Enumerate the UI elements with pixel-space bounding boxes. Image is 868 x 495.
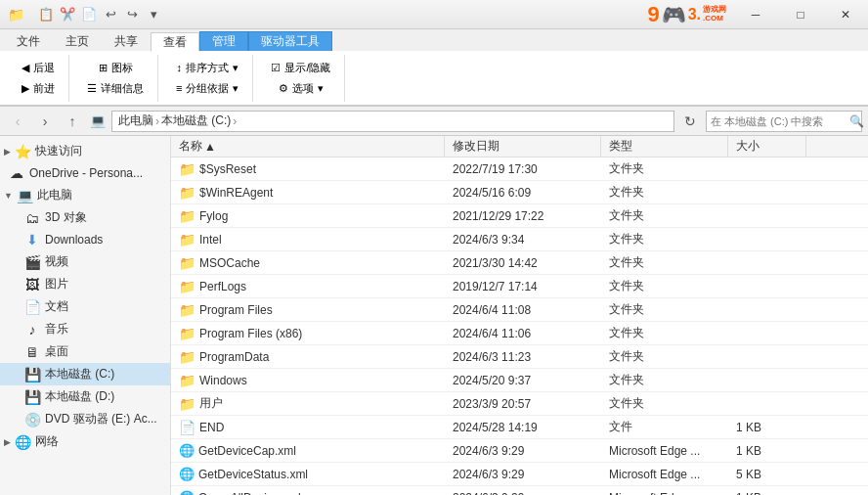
sidebar-item-onedrive[interactable]: ☁ OneDrive - Persona... — [0, 162, 170, 184]
search-input[interactable] — [711, 115, 846, 127]
tab-file[interactable]: 文件 — [4, 31, 53, 51]
sidebar-item-this-pc[interactable]: ▼ 💻 此电脑 — [0, 184, 170, 206]
sidebar-item-network[interactable]: ▶ 🌐 网络 — [0, 430, 170, 453]
sidebar-item-d-drive[interactable]: 💾 本地磁盘 (D:) — [0, 385, 170, 408]
col-header-name[interactable]: 名称 ▲ — [171, 136, 445, 157]
sidebar-label-downloads: Downloads — [45, 233, 162, 247]
ribbon-btn-forward[interactable]: ▶ 前进 — [16, 79, 61, 98]
ribbon-btn-show-hide[interactable]: ☑ 显示/隐藏 — [265, 59, 336, 77]
sort-label: 排序方式 — [186, 61, 229, 75]
table-row[interactable]: 📁 PerfLogs 2019/12/7 17:14 文件夹 — [171, 275, 868, 298]
tab-manage[interactable]: 管理 — [199, 31, 248, 51]
sidebar-item-desktop[interactable]: 🖥 桌面 — [0, 340, 170, 363]
ribbon-tab-bar: 文件 主页 共享 查看 管理 驱动器工具 — [0, 29, 868, 51]
nav-forward-button[interactable]: › — [33, 110, 57, 133]
group-icon: ≡ — [176, 82, 182, 94]
file-date: 2023/3/9 20:57 — [453, 397, 531, 411]
table-row[interactable]: 🌐 QueryAllDevice.xml 2024/6/3 9:29 Micro… — [171, 486, 868, 495]
tab-driver-tools[interactable]: 驱动器工具 — [248, 31, 332, 51]
col-header-type[interactable]: 类型 — [601, 136, 728, 157]
qa-dropdown[interactable]: ▾ — [144, 5, 163, 24]
table-row[interactable]: 📁 Program Files 2024/6/4 11:08 文件夹 — [171, 298, 868, 322]
expand-icon-network: ▶ — [4, 437, 11, 447]
ribbon-btn-icons[interactable]: ⊞ 图标 — [93, 59, 139, 77]
search-icon[interactable]: 🔍 — [849, 114, 864, 128]
folder-icon: 📁 — [179, 302, 195, 318]
breadcrumb-sep1: › — [155, 114, 159, 128]
table-row[interactable]: 📁 Windows 2024/5/20 9:37 文件夹 — [171, 369, 868, 392]
table-row[interactable]: 📁 $SysReset 2022/7/19 17:30 文件夹 — [171, 158, 868, 181]
qa-redo[interactable]: ↪ — [122, 5, 142, 24]
file-name-cell: 🌐 GetDeviceCap.xml — [171, 443, 445, 458]
table-row[interactable]: 📁 ProgramData 2024/6/3 11:23 文件夹 — [171, 345, 868, 369]
sidebar-item-video[interactable]: 🎬 视频 — [0, 250, 170, 273]
sidebar-item-c-drive[interactable]: 💾 本地磁盘 (C:) — [0, 363, 170, 385]
breadcrumb-this-pc[interactable]: 此电脑 — [118, 112, 153, 129]
expand-icon: ▶ — [4, 147, 11, 157]
downloads-icon: ⬇ — [23, 232, 41, 248]
file-date: 2021/3/30 14:42 — [453, 256, 538, 270]
file-size-cell: 1 KB — [728, 421, 806, 434]
file-date-cell: 2023/3/9 20:57 — [445, 397, 601, 411]
file-type: 文件夹 — [609, 254, 644, 271]
refresh-button[interactable]: ↻ — [678, 110, 702, 133]
file-list-header: 名称 ▲ 修改日期 类型 大小 — [171, 136, 868, 158]
nav-up-button[interactable]: ↑ — [61, 110, 84, 133]
file-name-cell: 📁 Windows — [171, 373, 445, 388]
options-label: 选项 — [292, 81, 314, 96]
qa-copy[interactable]: 📋 — [36, 5, 56, 24]
address-path-box[interactable]: 此电脑 › 本地磁盘 (C:) › — [111, 111, 674, 132]
ribbon-btn-back[interactable]: ◀ 后退 — [16, 59, 61, 77]
table-row[interactable]: 📁 用户 2023/3/9 20:57 文件夹 — [171, 392, 868, 416]
tab-home[interactable]: 主页 — [53, 31, 102, 51]
table-row[interactable]: 📁 Fylog 2021/12/29 17:22 文件夹 — [171, 204, 868, 228]
sidebar-item-quick-access[interactable]: ▶ ⭐ 快速访问 — [0, 140, 170, 162]
file-date: 2024/5/16 6:09 — [453, 186, 531, 200]
sort-asc-icon: ▲ — [204, 140, 216, 154]
ribbon: 文件 主页 共享 查看 管理 驱动器工具 ◀ 后退 ▶ 前进 ⊞ 图标 ☰ 详细… — [0, 29, 868, 107]
window-icon-area: 📁 — [0, 7, 32, 22]
tab-share[interactable]: 共享 — [102, 31, 151, 51]
qa-paste[interactable]: 📄 — [79, 5, 99, 24]
ribbon-btn-details[interactable]: ☰ 详细信息 — [81, 79, 150, 98]
show-label: 显示/隐藏 — [284, 61, 330, 75]
tab-view[interactable]: 查看 — [151, 32, 199, 52]
table-row[interactable]: 📁 Intel 2024/6/3 9:34 文件夹 — [171, 228, 868, 251]
ribbon-btn-sort[interactable]: ↕ 排序方式 ▾ — [170, 59, 244, 77]
ribbon-content: ◀ 后退 ▶ 前进 ⊞ 图标 ☰ 详细信息 ↕ 排序方式 ▾ — [0, 51, 868, 106]
file-type-cell: 文件夹 — [601, 395, 728, 412]
table-row[interactable]: 📁 MSOCache 2021/3/30 14:42 文件夹 — [171, 251, 868, 275]
table-row[interactable]: 📄 END 2024/5/28 14:19 文件 1 KB — [171, 416, 868, 439]
table-row[interactable]: 🌐 GetDeviceStatus.xml 2024/6/3 9:29 Micr… — [171, 463, 868, 486]
sidebar-item-music[interactable]: ♪ 音乐 — [0, 318, 170, 340]
col-header-date[interactable]: 修改日期 — [445, 136, 601, 157]
table-row[interactable]: 🌐 GetDeviceCap.xml 2024/6/3 9:29 Microso… — [171, 439, 868, 463]
nav-back-button[interactable]: ‹ — [6, 110, 29, 133]
file-name-cell: 📁 $SysReset — [171, 161, 445, 177]
qa-undo[interactable]: ↩ — [101, 5, 120, 24]
breadcrumb-c-drive[interactable]: 本地磁盘 (C:) — [161, 112, 231, 129]
file-name: END — [199, 421, 224, 434]
sidebar-item-dvd[interactable]: 💿 DVD 驱动器 (E:) Ac... — [0, 408, 170, 430]
table-row[interactable]: 📁 $WinREAgent 2024/5/16 6:09 文件夹 — [171, 181, 868, 204]
col-header-size[interactable]: 大小 — [728, 136, 806, 157]
file-type: 文件夹 — [609, 160, 644, 177]
sidebar-item-downloads[interactable]: ⬇ Downloads — [0, 229, 170, 250]
ribbon-btn-options[interactable]: ⚙ 选项 ▾ — [273, 79, 329, 98]
sidebar-label-d: 本地磁盘 (D:) — [45, 388, 162, 405]
sidebar-item-documents[interactable]: 📄 文档 — [0, 295, 170, 318]
search-box[interactable]: 🔍 — [706, 111, 862, 132]
sidebar-item-pictures[interactable]: 🖼 图片 — [0, 273, 170, 295]
sidebar-icon-quick: ⭐ — [15, 144, 31, 159]
minimize-button[interactable]: ─ — [733, 0, 778, 29]
file-size: 1 KB — [736, 444, 761, 458]
table-row[interactable]: 📁 Program Files (x86) 2024/6/4 11:06 文件夹 — [171, 322, 868, 345]
sidebar-item-3d[interactable]: 🗂 3D 对象 — [0, 206, 170, 229]
ribbon-btn-group[interactable]: ≡ 分组依据 ▾ — [170, 79, 244, 98]
close-button[interactable]: ✕ — [823, 0, 868, 29]
qa-cut[interactable]: ✂️ — [58, 5, 77, 24]
maximize-button[interactable]: □ — [778, 0, 823, 29]
file-type: Microsoft Edge ... — [609, 491, 700, 496]
file-name: Windows — [199, 374, 247, 387]
col-type-label: 类型 — [609, 138, 632, 155]
